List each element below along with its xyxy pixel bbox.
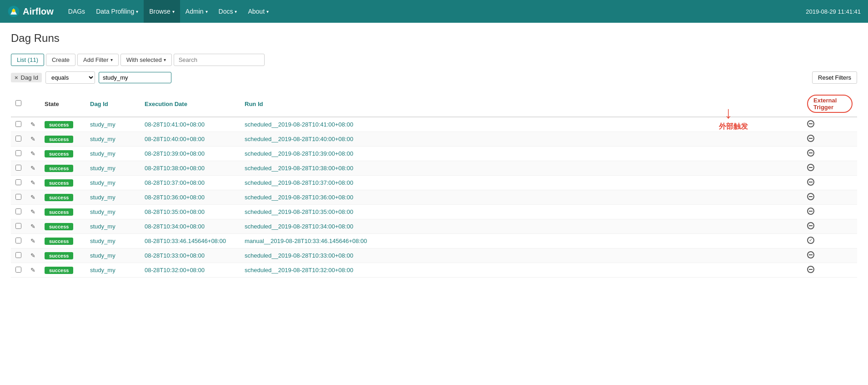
dag-id-link[interactable]: study_my — [90, 223, 115, 230]
run-id-link[interactable]: scheduled__2019-08-28T10:39:00+08:00 — [245, 150, 353, 157]
add-filter-dropdown-arrow: ▾ — [110, 57, 113, 62]
execution-date-link[interactable]: 08-28T10:33:46.145646+08:00 — [145, 238, 226, 244]
filter-remove-button[interactable]: × — [15, 74, 18, 81]
run-id-link[interactable]: scheduled__2019-08-28T10:34:00+08:00 — [245, 223, 353, 230]
arrow-icon: ↓ — [724, 105, 733, 121]
edit-icon[interactable]: ✎ — [30, 136, 35, 142]
run-id-link[interactable]: scheduled__2019-08-28T10:40:00+08:00 — [245, 136, 353, 142]
dag-id-link[interactable]: study_my — [90, 150, 115, 157]
edit-icon[interactable]: ✎ — [30, 238, 35, 244]
row-run-id-cell: scheduled__2019-08-28T10:33:00+08:00 — [240, 248, 803, 263]
row-checkbox[interactable] — [15, 194, 21, 200]
row-run-id-cell: scheduled__2019-08-28T10:39:00+08:00 — [240, 147, 803, 161]
row-external-trigger-cell — [803, 161, 857, 176]
execution-date-link[interactable]: 08-28T10:36:00+08:00 — [145, 194, 205, 201]
dag-id-link[interactable]: study_my — [90, 121, 115, 128]
run-id-link[interactable]: scheduled__2019-08-28T10:41:00+08:00 — [245, 121, 353, 128]
row-checkbox[interactable] — [15, 238, 21, 243]
with-selected-dropdown-arrow: ▾ — [164, 57, 166, 62]
execution-date-link[interactable]: 08-28T10:37:00+08:00 — [145, 179, 205, 186]
run-id-link[interactable]: scheduled__2019-08-28T10:35:00+08:00 — [245, 208, 353, 215]
th-dag-id[interactable]: Dag Id — [85, 91, 140, 117]
th-external-trigger[interactable]: External Trigger — [803, 91, 857, 117]
run-id-link[interactable]: scheduled__2019-08-28T10:38:00+08:00 — [245, 165, 353, 172]
row-execution-date-cell: 08-28T10:33:00+08:00 — [140, 248, 240, 263]
edit-icon[interactable]: ✎ — [30, 194, 35, 201]
table-row: ✎successstudy_my08-28T10:37:00+08:00sche… — [11, 176, 857, 190]
row-checkbox[interactable] — [15, 252, 21, 258]
nav-item-about[interactable]: About ▾ — [242, 0, 274, 23]
row-checkbox[interactable] — [15, 121, 21, 127]
execution-date-link[interactable]: 08-28T10:34:00+08:00 — [145, 223, 205, 230]
execution-date-link[interactable]: 08-28T10:39:00+08:00 — [145, 150, 205, 157]
row-checkbox[interactable] — [15, 179, 21, 185]
external-trigger-true-icon — [807, 237, 814, 244]
dag-id-link[interactable]: study_my — [90, 252, 115, 259]
filter-operator-select[interactable]: equalsnot equalcontainsnot contains — [45, 71, 95, 84]
th-run-id[interactable]: Run Id — [240, 91, 803, 117]
execution-date-link[interactable]: 08-28T10:32:00+08:00 — [145, 267, 205, 274]
edit-icon[interactable]: ✎ — [30, 252, 35, 259]
select-all-checkbox[interactable] — [15, 100, 21, 106]
dag-id-link[interactable]: study_my — [90, 136, 115, 142]
edit-icon[interactable]: ✎ — [30, 179, 35, 186]
run-id-link[interactable]: scheduled__2019-08-28T10:37:00+08:00 — [245, 179, 353, 186]
run-id-link[interactable]: scheduled__2019-08-28T10:36:00+08:00 — [245, 194, 353, 201]
dag-id-link[interactable]: study_my — [90, 194, 115, 201]
edit-icon[interactable]: ✎ — [30, 267, 35, 274]
execution-date-link[interactable]: 08-28T10:33:00+08:00 — [145, 252, 205, 259]
row-checkbox[interactable] — [15, 223, 21, 229]
execution-date-link[interactable]: 08-28T10:35:00+08:00 — [145, 208, 205, 215]
execution-date-link[interactable]: 08-28T10:41:00+08:00 — [145, 121, 205, 128]
brand-logo[interactable]: Airflow — [7, 5, 54, 18]
row-edit-cell: ✎ — [26, 248, 40, 263]
row-checkbox-cell — [11, 147, 26, 161]
row-checkbox[interactable] — [15, 150, 21, 156]
state-badge: success — [45, 208, 73, 216]
search-input[interactable] — [174, 54, 265, 66]
add-filter-button[interactable]: Add Filter ▾ — [77, 54, 119, 66]
with-selected-button[interactable]: With selected ▾ — [120, 54, 172, 66]
row-dag-id-cell: study_my — [85, 263, 140, 278]
table-body: ✎successstudy_my08-28T10:41:00+08:00sche… — [11, 117, 857, 278]
execution-date-link[interactable]: 08-28T10:38:00+08:00 — [145, 165, 205, 172]
list-button[interactable]: List (11) — [11, 54, 44, 66]
row-run-id-cell: scheduled__2019-08-28T10:36:00+08:00 — [240, 190, 803, 205]
table-row: ✎successstudy_my08-28T10:35:00+08:00sche… — [11, 205, 857, 219]
edit-icon[interactable]: ✎ — [30, 223, 35, 230]
row-checkbox[interactable] — [15, 208, 21, 214]
filter-value-input[interactable] — [99, 72, 171, 83]
create-button[interactable]: Create — [46, 54, 75, 66]
nav-item-admin[interactable]: Admin ▾ — [180, 0, 213, 23]
nav-item-dags[interactable]: DAGs — [63, 0, 90, 23]
dag-id-link[interactable]: study_my — [90, 267, 115, 274]
filter-tag-dag-id: × Dag Id — [11, 73, 42, 82]
state-badge: success — [45, 150, 73, 157]
row-checkbox[interactable] — [15, 267, 21, 273]
row-checkbox[interactable] — [15, 165, 21, 171]
execution-date-link[interactable]: 08-28T10:40:00+08:00 — [145, 136, 205, 142]
edit-icon[interactable]: ✎ — [30, 165, 35, 172]
reset-filters-button[interactable]: Reset Filters — [812, 71, 857, 84]
state-badge: success — [45, 165, 73, 172]
page-content: Dag Runs List (11) Create Add Filter ▾ W… — [0, 23, 868, 287]
nav-item-docs[interactable]: Docs ▾ — [213, 0, 243, 23]
run-id-link[interactable]: scheduled__2019-08-28T10:32:00+08:00 — [245, 267, 353, 274]
row-external-trigger-cell — [803, 248, 857, 263]
nav-item-data-profiling[interactable]: Data Profiling ▾ — [90, 0, 144, 23]
nav-item-browse[interactable]: Browse ▾ — [144, 0, 180, 23]
row-checkbox[interactable] — [15, 136, 21, 142]
dag-id-link[interactable]: study_my — [90, 208, 115, 215]
dag-id-link[interactable]: study_my — [90, 179, 115, 186]
th-execution-date[interactable]: Execution Date — [140, 91, 240, 117]
row-run-id-cell: scheduled__2019-08-28T10:41:00+08:00 — [240, 117, 803, 132]
th-edit — [26, 91, 40, 117]
edit-icon[interactable]: ✎ — [30, 150, 35, 157]
table-row: ✎successstudy_my08-28T10:33:00+08:00sche… — [11, 248, 857, 263]
run-id-link[interactable]: manual__2019-08-28T10:33:46.145646+08:00 — [245, 238, 367, 244]
edit-icon[interactable]: ✎ — [30, 208, 35, 215]
run-id-link[interactable]: scheduled__2019-08-28T10:33:00+08:00 — [245, 252, 353, 259]
dag-id-link[interactable]: study_my — [90, 238, 115, 244]
edit-icon[interactable]: ✎ — [30, 121, 35, 128]
dag-id-link[interactable]: study_my — [90, 165, 115, 172]
